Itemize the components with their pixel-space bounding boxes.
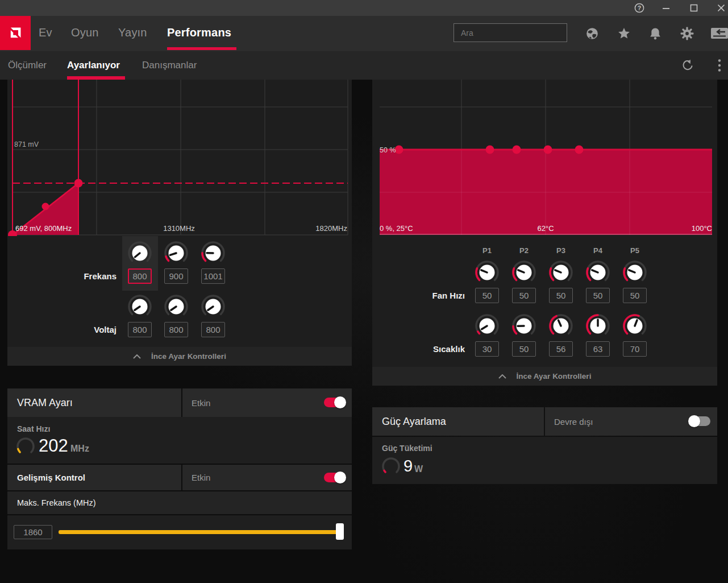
content-area: 871 mV 692 mV, 800MHz 1310MHz 1820MHz Fr… (0, 80, 728, 583)
power-consumption-label: Güç Tüketimi (382, 444, 432, 453)
temperature-knob-1[interactable] (475, 313, 500, 338)
advanced-control-cell: Gelişmiş Kontrol (7, 465, 181, 490)
settings-button[interactable] (680, 27, 694, 40)
power-consumption-unit: W (414, 464, 423, 474)
clock-speed-label: Saat Hızı (17, 424, 50, 433)
frequency-value-3[interactable]: 1001 (201, 268, 225, 284)
bell-icon (648, 27, 662, 40)
help-button[interactable]: ? (628, 0, 651, 16)
fan-point-1[interactable] (395, 146, 403, 154)
frequency-value-1[interactable]: 800 (128, 268, 152, 284)
frequency-value-2[interactable]: 900 (164, 268, 188, 284)
curve-point-max[interactable] (74, 179, 83, 188)
voltage-frequency-chart[interactable]: 871 mV 692 mV, 800MHz 1310MHz 1820MHz (7, 80, 352, 236)
nav-item-performans[interactable]: Performans (167, 26, 231, 39)
close-button[interactable] (710, 0, 728, 16)
gpu-tuning-panel: 871 mV 692 mV, 800MHz 1310MHz 1820MHz Fr… (7, 80, 352, 366)
vram-toggle[interactable] (324, 398, 345, 407)
nav-item-ev[interactable]: Ev (39, 26, 52, 39)
tab-danismanlar[interactable]: Danışmanlar (142, 60, 197, 71)
fan-speed-knob-1[interactable] (475, 260, 500, 285)
nav-item-oyun[interactable]: Oyun (71, 26, 99, 39)
temperature-value-4[interactable]: 63 (586, 341, 610, 357)
fan-point-2[interactable] (486, 146, 494, 154)
fan-point-4[interactable] (544, 146, 552, 154)
fan-speed-value-2[interactable]: 50 (512, 288, 536, 303)
fan-speed-axis-label: 50 % (380, 146, 396, 154)
fan-collapse-bar[interactable]: İnce Ayar Kontrolleri (372, 367, 717, 386)
dock-overlay-button[interactable] (710, 27, 728, 40)
freq-max-tick: 1820MHz (315, 224, 347, 233)
nav-item-yayin[interactable]: Yayın (118, 26, 147, 39)
fan-speed-value-5[interactable]: 50 (623, 288, 647, 303)
notifications-button[interactable] (648, 27, 662, 40)
tab-olcumler[interactable]: Ölçümler (8, 60, 47, 71)
max-frequency-slider-track[interactable] (59, 530, 344, 534)
fan-speed-value-3[interactable]: 50 (549, 288, 573, 303)
gear-icon (680, 27, 694, 40)
star-icon (617, 27, 631, 40)
fan-point-5[interactable] (575, 146, 584, 154)
temperature-value-3[interactable]: 56 (549, 341, 573, 357)
fan-speed-knob-2[interactable] (511, 260, 536, 285)
search-input[interactable] (454, 28, 568, 38)
reset-button[interactable] (681, 59, 694, 72)
more-options-button[interactable] (713, 59, 726, 72)
curve-origin-label: 692 mV, 800MHz (15, 224, 72, 233)
clock-speed-unit: MHz (70, 444, 89, 454)
voltage-knob-2[interactable] (164, 294, 189, 319)
maximize-button[interactable] (683, 0, 705, 16)
temp-mid-tick: 62°C (537, 224, 554, 233)
fan-speed-knob-5[interactable] (622, 260, 647, 285)
clock-speed-value: 202 (39, 436, 68, 456)
temperature-knob-4[interactable] (585, 313, 610, 338)
amd-arrow-icon (6, 23, 25, 43)
voltage-value-1[interactable]: 800 (128, 322, 152, 337)
frequency-knob-2[interactable] (164, 241, 189, 266)
fan-speed-knob-3[interactable] (548, 260, 573, 285)
fan-speed-value-1[interactable]: 50 (475, 288, 499, 303)
vram-header: VRAM Ayarı (7, 388, 181, 417)
frequency-knob-3[interactable] (201, 241, 226, 266)
temperature-value-2[interactable]: 50 (512, 341, 536, 357)
temperature-row-label: Sıcaklık (391, 344, 465, 354)
fan-speed-knob-4[interactable] (585, 260, 610, 285)
power-header: Güç Ayarlama (372, 407, 544, 436)
minimize-button[interactable] (655, 0, 677, 16)
dock-icon (710, 27, 728, 40)
help-icon: ? (634, 3, 644, 13)
voltage-row-label: Voltaj (41, 325, 117, 334)
power-toggle[interactable] (689, 416, 710, 426)
browser-button[interactable] (585, 27, 599, 40)
advanced-control-toggle[interactable] (324, 473, 345, 482)
temperature-value-5[interactable]: 70 (623, 341, 647, 357)
amd-logo[interactable] (0, 16, 31, 50)
voltage-knob-1[interactable] (127, 294, 152, 319)
power-title: Güç Ayarlama (372, 416, 446, 428)
voltage-value-3[interactable]: 800 (201, 322, 225, 337)
globe-icon (585, 27, 599, 40)
temperature-knob-3[interactable] (548, 313, 573, 338)
voltage-value-2[interactable]: 800 (164, 322, 188, 337)
favorites-button[interactable] (617, 27, 631, 40)
fan-tuning-panel: 50 % 0 %, 25°C 62°C 100°C P1 P2 P3 P4 P5… (372, 80, 717, 386)
temp-max-tick: 100°C (692, 224, 712, 233)
vram-status: Etkin (182, 398, 210, 408)
frequency-knob-1[interactable] (127, 241, 152, 266)
curve-point-mid[interactable] (42, 203, 49, 210)
vram-title: VRAM Ayarı (7, 397, 73, 409)
fan-speed-value-4[interactable]: 50 (586, 288, 610, 303)
advanced-control-label: Gelişmiş Kontrol (7, 473, 85, 482)
max-frequency-value[interactable]: 1860 (14, 525, 52, 539)
temperature-knob-5[interactable] (622, 313, 647, 338)
temperature-value-1[interactable]: 30 (475, 341, 499, 357)
search-box[interactable] (454, 23, 567, 42)
voltage-knob-3[interactable] (201, 294, 226, 319)
tab-ayarlaniyor[interactable]: Ayarlanıyor (67, 60, 120, 71)
tuning-collapse-bar[interactable]: İnce Ayar Kontrolleri (7, 347, 352, 366)
fan-point-3[interactable] (513, 146, 521, 154)
performance-subnav: Ölçümler Ayarlanıyor Danışmanlar (0, 51, 728, 80)
fan-curve-chart[interactable]: 50 % 0 %, 25°C 62°C 100°C (372, 80, 717, 236)
temperature-knob-2[interactable] (511, 313, 536, 338)
max-frequency-slider-handle[interactable] (336, 523, 344, 540)
